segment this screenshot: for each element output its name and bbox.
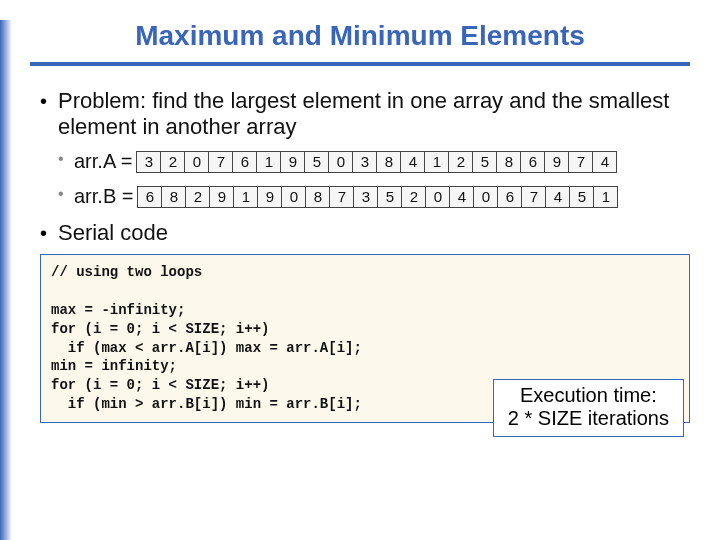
array-cell: 6: [137, 186, 162, 208]
array-cell: 7: [208, 151, 233, 173]
array-cell: 7: [568, 151, 593, 173]
array-cell: 0: [184, 151, 209, 173]
array-cell: 8: [161, 186, 186, 208]
array-cell: 0: [425, 186, 450, 208]
array-cell: 3: [352, 151, 377, 173]
array-cell: 3: [136, 151, 161, 173]
execution-time-callout: Execution time: 2 * SIZE iterations: [493, 379, 684, 437]
callout-line2: 2 * SIZE iterations: [508, 407, 669, 430]
slide-title: Maximum and Minimum Elements: [0, 20, 720, 52]
row-arra: arr.A = 32076195038412586974: [58, 150, 690, 173]
array-cell: 2: [185, 186, 210, 208]
array-cell: 2: [160, 151, 185, 173]
array-cell: 5: [304, 151, 329, 173]
array-cell: 1: [256, 151, 281, 173]
array-cell: 3: [353, 186, 378, 208]
array-cell: 5: [377, 186, 402, 208]
bullet-serial: Serial code: [40, 220, 690, 246]
callout-line1: Execution time:: [508, 384, 669, 407]
bullet-problem: Problem: find the largest element in one…: [40, 88, 690, 140]
array-cell: 0: [473, 186, 498, 208]
array-cell: 9: [280, 151, 305, 173]
array-cell: 6: [520, 151, 545, 173]
array-cell: 4: [592, 151, 617, 173]
array-cell: 1: [424, 151, 449, 173]
array-cell: 1: [233, 186, 258, 208]
arra-label: arr.A =: [74, 150, 132, 173]
row-arrb: arr.B = 68291908735204067451: [58, 185, 690, 208]
array-cell: 7: [521, 186, 546, 208]
array-cell: 2: [401, 186, 426, 208]
arra-cells: 32076195038412586974: [136, 151, 617, 173]
array-cell: 5: [472, 151, 497, 173]
array-cell: 9: [209, 186, 234, 208]
array-cell: 8: [496, 151, 521, 173]
array-cell: 8: [376, 151, 401, 173]
array-cell: 8: [305, 186, 330, 208]
array-cell: 4: [545, 186, 570, 208]
array-cell: 6: [232, 151, 257, 173]
array-cell: 5: [569, 186, 594, 208]
array-cell: 7: [329, 186, 354, 208]
array-cell: 0: [328, 151, 353, 173]
array-cell: 1: [593, 186, 618, 208]
title-underline: [30, 62, 690, 66]
arrb-cells: 68291908735204067451: [137, 186, 618, 208]
array-cell: 4: [449, 186, 474, 208]
array-cell: 9: [257, 186, 282, 208]
array-cell: 2: [448, 151, 473, 173]
array-cell: 4: [400, 151, 425, 173]
arrb-label: arr.B =: [74, 185, 133, 208]
left-gradient-strip: [0, 20, 12, 540]
array-cell: 0: [281, 186, 306, 208]
array-cell: 9: [544, 151, 569, 173]
array-cell: 6: [497, 186, 522, 208]
